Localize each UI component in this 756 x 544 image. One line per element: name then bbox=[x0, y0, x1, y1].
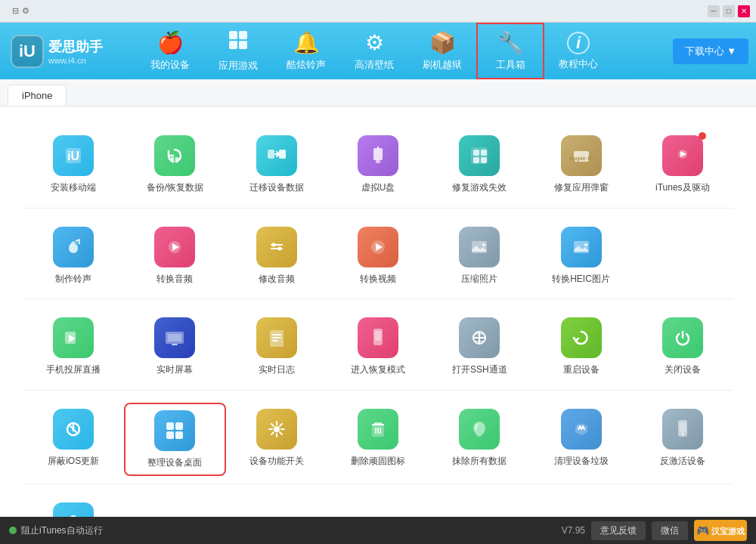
recovery-mode-label: 进入恢复模式 bbox=[351, 364, 405, 376]
tool-install-app[interactable]: iU 安装移动端 bbox=[23, 129, 124, 200]
nav-my-device[interactable]: 🍎 我的设备 bbox=[136, 23, 204, 79]
app-games-label: 应用游戏 bbox=[218, 59, 258, 73]
svg-rect-52 bbox=[175, 431, 183, 439]
svg-rect-1 bbox=[239, 31, 247, 39]
tool-organize-desktop[interactable]: 整理设备桌面 bbox=[124, 403, 225, 477]
tab-iphone[interactable]: iPhone bbox=[8, 85, 67, 106]
backup-restore-label: 备份/恢复数据 bbox=[147, 182, 203, 194]
wechat-button[interactable]: 微信 bbox=[652, 521, 688, 540]
virtual-usb-label: 虚拟U盘 bbox=[361, 182, 395, 194]
tool-restart-device[interactable]: 重启设备 bbox=[530, 311, 631, 382]
tools-row-5: 访问限制 bbox=[23, 484, 733, 517]
realtime-log-label: 实时日志 bbox=[259, 364, 295, 376]
tool-itunes-driver[interactable]: iTunes及驱动 bbox=[632, 129, 733, 200]
clean-junk-icon bbox=[561, 409, 602, 450]
svg-rect-38 bbox=[272, 340, 278, 342]
svg-rect-37 bbox=[272, 337, 281, 338]
delete-stubborn-icon bbox=[358, 409, 398, 450]
tool-backup-restore[interactable]: 备份/恢复数据 bbox=[124, 129, 225, 200]
svg-point-30 bbox=[584, 243, 587, 246]
nav-tutorials[interactable]: i 教程中心 bbox=[544, 23, 612, 79]
tool-migrate-data[interactable]: 迁移设备数据 bbox=[226, 129, 327, 200]
download-center-button[interactable]: 下载中心 ▼ bbox=[673, 39, 748, 64]
shutdown-device-label: 关闭设备 bbox=[665, 364, 701, 376]
svg-text:Apple ID: Apple ID bbox=[569, 155, 593, 162]
nav-app-games[interactable]: 应用游戏 bbox=[204, 23, 272, 79]
convert-heic-label: 转换HEIC图片 bbox=[552, 274, 610, 286]
hanbao-logo[interactable]: 🎮 汉宝游戏 bbox=[694, 520, 747, 541]
svg-rect-11 bbox=[376, 160, 380, 163]
tool-compress-photo[interactable]: 压缩照片 bbox=[429, 221, 530, 292]
migrate-data-icon bbox=[256, 135, 297, 176]
app-games-icon bbox=[228, 29, 249, 56]
backup-restore-icon bbox=[154, 135, 195, 176]
ringtones-label: 酷炫铃声 bbox=[287, 58, 326, 72]
svg-rect-15 bbox=[473, 157, 479, 163]
tool-deactivate[interactable]: 反激活设备 bbox=[632, 403, 733, 477]
svg-rect-36 bbox=[272, 334, 281, 335]
tool-realtime-log[interactable]: 实时日志 bbox=[226, 311, 327, 382]
titlebar-icon1: ⊟ bbox=[12, 6, 19, 16]
tool-block-ios-update[interactable]: 屏蔽iOS更新 bbox=[23, 403, 124, 477]
svg-point-61 bbox=[681, 432, 683, 434]
close-button[interactable]: ✕ bbox=[738, 5, 750, 17]
itunes-badge bbox=[699, 132, 706, 140]
toolbox-label: 工具箱 bbox=[496, 58, 525, 72]
tool-shutdown-device[interactable]: 关闭设备 bbox=[632, 311, 733, 382]
tool-screen-cast[interactable]: 手机投屏直播 bbox=[23, 311, 124, 382]
tool-device-features[interactable]: 设备功能开关 bbox=[226, 403, 327, 477]
clean-junk-label: 清理设备垃圾 bbox=[554, 456, 609, 468]
svg-rect-40 bbox=[375, 331, 381, 341]
svg-point-28 bbox=[482, 243, 485, 246]
convert-heic-icon bbox=[561, 227, 602, 267]
status-right: V7.95 意见反馈 微信 🎮 汉宝游戏 bbox=[562, 520, 747, 541]
tool-make-ringtone[interactable]: 制作铃声 bbox=[23, 221, 124, 292]
toolbox-icon: 🔧 bbox=[497, 30, 524, 55]
device-features-icon bbox=[256, 409, 297, 450]
nav-ringtones[interactable]: 🔔 酷炫铃声 bbox=[272, 23, 340, 79]
tool-delete-stubborn[interactable]: 删除顽固图标 bbox=[327, 403, 429, 477]
tool-fix-games[interactable]: 修复游戏失效 bbox=[429, 129, 530, 200]
svg-text:iU: iU bbox=[67, 150, 79, 162]
ssh-tunnel-icon bbox=[459, 317, 500, 358]
nav-toolbox[interactable]: 🔧 工具箱 bbox=[476, 23, 544, 79]
tool-virtual-usb[interactable]: 虚拟U盘 bbox=[327, 129, 429, 200]
realtime-log-icon bbox=[256, 317, 297, 358]
svg-rect-51 bbox=[166, 431, 174, 439]
statusbar: 阻止iTunes自动运行 V7.95 意见反馈 微信 🎮 汉宝游戏 bbox=[0, 517, 756, 544]
ringtones-icon: 🔔 bbox=[293, 30, 320, 55]
maximize-button[interactable]: □ bbox=[723, 5, 735, 17]
tutorials-label: 教程中心 bbox=[559, 57, 598, 71]
tool-convert-audio[interactable]: 转换音频 bbox=[124, 221, 225, 292]
svg-rect-0 bbox=[229, 31, 237, 39]
tool-clean-junk[interactable]: 清理设备垃圾 bbox=[530, 403, 631, 477]
tool-fix-crash[interactable]: Apple ID 修复应用弹窗 bbox=[530, 129, 631, 200]
tools-row-3: 手机投屏直播 实时屏幕 实时日志 进入恢复模式 打开SSH通道 bbox=[23, 298, 733, 390]
tool-recovery-mode[interactable]: 进入恢复模式 bbox=[327, 311, 429, 382]
svg-rect-8 bbox=[268, 150, 274, 159]
svg-rect-10 bbox=[373, 148, 383, 160]
wallpapers-icon: ⚙ bbox=[365, 30, 384, 55]
status-text: 阻止iTunes自动运行 bbox=[21, 524, 103, 537]
tool-convert-heic[interactable]: 转换HEIC图片 bbox=[530, 221, 631, 292]
tool-access-limit[interactable]: 访问限制 bbox=[23, 496, 124, 517]
minimize-button[interactable]: ─ bbox=[708, 5, 720, 17]
hanbao-label: 🎮 汉宝游戏 bbox=[696, 524, 745, 537]
migrate-data-label: 迁移设备数据 bbox=[249, 182, 304, 194]
convert-audio-label: 转换音频 bbox=[156, 274, 193, 286]
tools-row-2: 制作铃声 转换音频 修改音频 转换视频 压缩照片 bbox=[23, 208, 733, 299]
my-device-icon: 🍎 bbox=[157, 30, 184, 55]
tool-convert-video[interactable]: 转换视频 bbox=[327, 221, 429, 292]
shutdown-device-icon bbox=[662, 317, 703, 358]
tool-download-firmware[interactable]: 下载固件 bbox=[733, 403, 756, 477]
svg-rect-33 bbox=[172, 344, 178, 345]
nav-jailbreak[interactable]: 📦 刷机越狱 bbox=[408, 23, 476, 79]
tool-ssh-tunnel[interactable]: 打开SSH通道 bbox=[429, 311, 530, 382]
fix-crash-icon: Apple ID bbox=[561, 135, 602, 176]
tool-edit-audio[interactable]: 修改音频 bbox=[226, 221, 327, 292]
nav-wallpapers[interactable]: ⚙ 高清壁纸 bbox=[340, 23, 408, 79]
tool-wipe-data[interactable]: 抹除所有数据 bbox=[429, 403, 530, 477]
tool-screen-mirror[interactable]: 实时屏幕 bbox=[124, 311, 225, 382]
feedback-button[interactable]: 意见反馈 bbox=[591, 521, 646, 540]
svg-point-24 bbox=[271, 243, 275, 246]
